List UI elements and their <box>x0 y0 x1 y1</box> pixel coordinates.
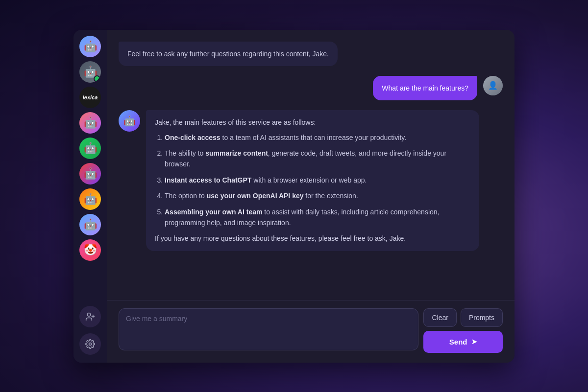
sidebar-avatar-2[interactable]: 🤖 <box>79 61 101 83</box>
settings-button[interactable] <box>79 333 101 355</box>
app-container: 🤖 🤖 lexica 🤖 🤖 🤖 🤖 🤖 🤡 <box>74 30 514 363</box>
sidebar-avatar-6[interactable]: 🤖 <box>79 163 101 184</box>
feature-3: Instant access to ChatGPT with a browser… <box>165 175 470 185</box>
input-row: Clear Prompts Send ➤ <box>119 308 503 353</box>
features-list: One-click access to a team of AI assista… <box>155 132 470 229</box>
sidebar-avatar-4[interactable]: 🤖 <box>79 112 101 134</box>
message-row: Feel free to ask any further questions r… <box>119 42 503 66</box>
svg-point-3 <box>89 343 92 345</box>
bot-avatar: 🤖 <box>119 110 140 132</box>
chat-input[interactable] <box>119 309 418 348</box>
send-button[interactable]: Send ➤ <box>423 331 503 353</box>
bot-detail-outro: If you have any more questions about the… <box>155 233 470 244</box>
prompts-button[interactable]: Prompts <box>461 308 503 327</box>
add-user-button[interactable] <box>79 306 101 327</box>
send-icon: ➤ <box>471 338 477 346</box>
sidebar-avatar-3[interactable]: lexica <box>79 87 101 108</box>
feature-1: One-click access to a team of AI assista… <box>165 132 470 143</box>
user-bubble: What are the main features? <box>373 76 477 100</box>
bot-detail-row: 🤖 Jake, the main features of this servic… <box>119 110 503 251</box>
input-wrapper <box>119 308 418 350</box>
bot-message-1-text: Feel free to ask any further questions r… <box>127 50 329 58</box>
bot-bubble: Feel free to ask any further questions r… <box>119 42 338 66</box>
input-buttons: Clear Prompts Send ➤ <box>423 308 503 353</box>
send-label: Send <box>449 338 467 346</box>
svg-point-0 <box>87 313 91 316</box>
messages-container: Feel free to ask any further questions r… <box>107 30 514 300</box>
sidebar-avatar-8[interactable]: 🤖 <box>79 214 101 235</box>
user-avatar: 👤 <box>483 76 503 95</box>
bot-detail-intro: Jake, the main features of this service … <box>155 117 470 128</box>
chat-area: Feel free to ask any further questions r… <box>107 30 514 363</box>
bot-detail-bubble: Jake, the main features of this service … <box>146 110 479 251</box>
sidebar-avatar-7[interactable]: 🤖 <box>79 188 101 210</box>
sidebar-avatar-9[interactable]: 🤡 <box>79 239 101 261</box>
feature-5: Assembling your own AI team to assist wi… <box>165 207 470 229</box>
btn-row-top: Clear Prompts <box>423 308 503 327</box>
user-message-row: What are the main features? 👤 <box>119 76 503 100</box>
sidebar-avatar-1[interactable]: 🤖 <box>79 36 101 57</box>
feature-2: The ability to summarize content, genera… <box>165 148 470 170</box>
input-area: Clear Prompts Send ➤ <box>107 300 514 363</box>
user-message-text: What are the main features? <box>382 84 468 92</box>
clear-button[interactable]: Clear <box>423 308 456 327</box>
sidebar: 🤖 🤖 lexica 🤖 🤖 🤖 🤖 🤖 🤡 <box>74 30 107 363</box>
feature-4: The option to use your own OpenAI API ke… <box>165 190 470 201</box>
sidebar-avatar-5[interactable]: 🤖 <box>79 138 101 159</box>
